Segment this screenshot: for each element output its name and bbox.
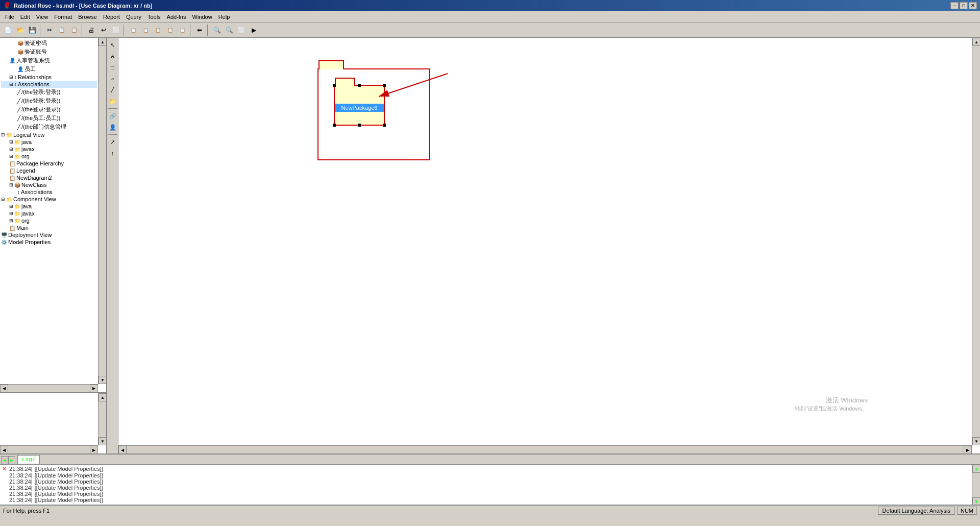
scroll-right-btn[interactable]: ▶ bbox=[90, 385, 98, 393]
tree-item-legend[interactable]: 📋 Legend bbox=[1, 167, 97, 174]
scroll-down-btn[interactable]: ▼ bbox=[99, 376, 106, 384]
preview-hscrollbar[interactable]: ◀ ▶ bbox=[0, 445, 98, 453]
tree-item-org1[interactable]: ⊞ 📁 org bbox=[1, 153, 97, 160]
tool-note[interactable]: □ bbox=[108, 62, 118, 73]
menu-item-tools[interactable]: Tools bbox=[144, 13, 164, 21]
log-vscrollbar[interactable]: ▲ ▼ bbox=[972, 465, 980, 505]
tree-item-deployment[interactable]: 🖥️ Deployment View bbox=[1, 231, 97, 238]
tool-arrow-up[interactable]: ↗ bbox=[108, 137, 118, 147]
tb-select[interactable]: ⬜ bbox=[110, 25, 121, 36]
tree-item-assoc5[interactable]: ╱ /(the部门信息管理 bbox=[1, 123, 97, 131]
tb-fit[interactable]: ⬜ bbox=[236, 25, 247, 36]
tree-item-logical-view[interactable]: ⊟ 📁 Logical View bbox=[1, 131, 97, 138]
menu-item-edit[interactable]: Edit bbox=[17, 13, 33, 21]
tb-b3[interactable]: 📋 bbox=[152, 25, 163, 36]
tb-back[interactable]: ⬅ bbox=[194, 25, 205, 36]
tb-paste[interactable]: 📋 bbox=[68, 25, 80, 36]
menu-item-addins[interactable]: Add-Ins bbox=[164, 13, 189, 21]
tree-item-java1[interactable]: ⊞ 📁 java bbox=[1, 138, 97, 146]
tree-item-main[interactable]: 📋 Main bbox=[1, 224, 97, 231]
menu-item-report[interactable]: Report bbox=[100, 13, 123, 21]
menu-item-format[interactable]: Format bbox=[51, 13, 75, 21]
canvas-hscrollbar[interactable]: ◀ ▶ bbox=[118, 445, 972, 453]
tree-vscrollbar[interactable]: ▲ ▼ bbox=[98, 38, 106, 384]
menu-item-window[interactable]: Window bbox=[189, 13, 215, 21]
tool-line[interactable]: ╱ bbox=[108, 85, 118, 95]
tree-item-pkg-hier[interactable]: 📋 Package Hierarchy bbox=[1, 160, 97, 167]
canvas-area[interactable]: NewPackage6 ▲ bbox=[118, 38, 980, 453]
tool-actor[interactable]: 🔗 bbox=[108, 111, 118, 121]
tree-item-relationships[interactable]: ⊞ ↕ Relationships bbox=[1, 74, 97, 81]
menu-item-view[interactable]: View bbox=[33, 13, 52, 21]
tb-print[interactable]: 🖨 bbox=[86, 25, 97, 36]
tb-run[interactable]: ▶ bbox=[248, 25, 259, 36]
tree-item-employee[interactable]: 👤 员工 bbox=[1, 65, 97, 74]
pscroll-down[interactable]: ▼ bbox=[99, 437, 107, 445]
tree-item-javax2[interactable]: ⊞ 📁 javax bbox=[1, 210, 97, 217]
menu-item-query[interactable]: Query bbox=[123, 13, 144, 21]
tb-b2[interactable]: 📋 bbox=[140, 25, 151, 36]
scroll-up-btn[interactable]: ▲ bbox=[99, 38, 106, 46]
tb-copy[interactable]: 📋 bbox=[56, 25, 67, 36]
inner-package[interactable]: NewPackage6 bbox=[334, 85, 385, 126]
tree-item-model-props[interactable]: ⚙️ Model Properties bbox=[1, 238, 97, 246]
tree-label: java bbox=[21, 203, 32, 209]
tree-item-newclass[interactable]: ⊞ 📦 NewClass bbox=[1, 181, 97, 188]
log-scroll-down[interactable]: ▼ bbox=[972, 497, 980, 505]
pscroll-left[interactable]: ◀ bbox=[0, 446, 8, 454]
tb-zoom-in[interactable]: 🔍 bbox=[224, 25, 235, 36]
tree-item-newdiag2[interactable]: 📋 NewDiagram2 bbox=[1, 174, 97, 181]
tb-save[interactable]: 💾 bbox=[27, 25, 38, 36]
tree-icon: 📁 bbox=[14, 139, 20, 145]
canvas-scroll-down[interactable]: ▼ bbox=[972, 437, 980, 445]
tool-ellipse[interactable]: ○ bbox=[108, 74, 118, 84]
maximize-button[interactable]: □ bbox=[960, 2, 968, 9]
tree-item-assoc3[interactable]: ╱ /(the登录:登录)( bbox=[1, 105, 97, 114]
tb-cut[interactable]: ✂ bbox=[44, 25, 55, 36]
tree-item-assoc4[interactable]: ╱ /(the员工:员工)( bbox=[1, 114, 97, 123]
tool-select[interactable]: ↖ bbox=[108, 40, 118, 50]
tool-usecase[interactable]: 👤 bbox=[108, 122, 118, 132]
canvas-scroll-right[interactable]: ▶ bbox=[964, 446, 972, 453]
pager-next[interactable]: ▶ bbox=[8, 456, 15, 464]
tb-b1[interactable]: 📋 bbox=[128, 25, 139, 36]
menu-item-file[interactable]: File bbox=[2, 13, 17, 21]
log-scroll-up[interactable]: ▲ bbox=[972, 465, 980, 473]
tree-item-java2[interactable]: ⊞ 📁 java bbox=[1, 203, 97, 210]
tb-open[interactable]: 📂 bbox=[14, 25, 26, 36]
tool-bidirect[interactable]: ↕ bbox=[108, 148, 118, 158]
tb-b5[interactable]: 📋 bbox=[177, 25, 188, 36]
tree-item-org2[interactable]: ⊞ 📁 org bbox=[1, 217, 97, 224]
tree-item-verify-acc[interactable]: 📦 验证账号 bbox=[1, 47, 97, 56]
minimize-button[interactable]: ─ bbox=[950, 2, 959, 9]
canvas-scroll-up[interactable]: ▲ bbox=[972, 38, 980, 46]
tree-content[interactable]: 📦 验证密码 📦 验证账号 👤 人事管理系统 👤 员工 bbox=[0, 38, 98, 384]
tb-undo[interactable]: ↩ bbox=[98, 25, 109, 36]
tb-new[interactable]: 📄 bbox=[2, 25, 13, 36]
tree-item-hr-sys[interactable]: 👤 人事管理系统 bbox=[1, 56, 97, 65]
tb-b4[interactable]: 📋 bbox=[164, 25, 176, 36]
scroll-left-btn[interactable]: ◀ bbox=[0, 385, 8, 393]
tb-zoom-out[interactable]: 🔍 bbox=[211, 25, 223, 36]
tree-item-assoc2[interactable]: ╱ /(the登录:登录)( bbox=[1, 97, 97, 105]
tree-item-assoc1[interactable]: ╱ /(the登录:登录)( bbox=[1, 88, 97, 97]
close-button[interactable]: ✕ bbox=[969, 2, 977, 9]
log-tab-log[interactable]: Log/ bbox=[17, 455, 40, 464]
canvas-vscrollbar[interactable]: ▲ ▼ bbox=[972, 38, 980, 445]
outer-package[interactable]: NewPackage6 bbox=[317, 68, 430, 160]
pscroll-right[interactable]: ▶ bbox=[90, 446, 98, 454]
tree-item-verify-pwd[interactable]: 📦 验证密码 bbox=[1, 39, 97, 47]
tree-item-component-view[interactable]: ⊟ 📁 Component View bbox=[1, 196, 97, 203]
tool-text[interactable]: A bbox=[108, 51, 118, 61]
menu-item-help[interactable]: Help bbox=[215, 13, 233, 21]
tree-item-javax1[interactable]: ⊞ 📁 javax bbox=[1, 146, 97, 153]
preview-vscrollbar[interactable]: ▲ ▼ bbox=[98, 393, 106, 445]
pager-prev[interactable]: ◀ bbox=[1, 456, 8, 464]
tree-hscrollbar[interactable]: ◀ ▶ bbox=[0, 384, 98, 392]
pscroll-up[interactable]: ▲ bbox=[99, 393, 107, 401]
tree-item-associations2[interactable]: ↕ Associations bbox=[1, 188, 97, 196]
tool-folder[interactable]: 📁 bbox=[108, 96, 118, 106]
canvas-scroll-left[interactable]: ◀ bbox=[118, 446, 127, 453]
menu-item-browse[interactable]: Browse bbox=[75, 13, 100, 21]
tree-item-associations[interactable]: ⊟ ↕ Associations bbox=[1, 81, 97, 88]
